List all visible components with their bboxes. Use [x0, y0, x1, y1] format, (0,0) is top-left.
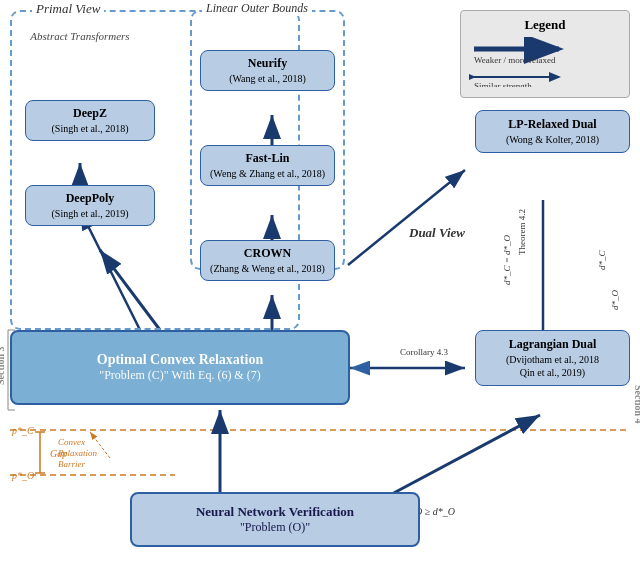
fastlin-name: Fast-Lin [209, 151, 326, 167]
svg-text:Convex: Convex [58, 437, 85, 447]
fastlin-box: Fast-Lin (Weng & Zhang et al., 2018) [200, 145, 335, 186]
deepz-ref: (Singh et al., 2018) [34, 122, 146, 135]
svg-text:Similar strength: Similar strength [474, 81, 532, 87]
svg-text:d*_O: d*_O [610, 290, 620, 311]
svg-text:Section 3: Section 3 [0, 346, 6, 385]
neurify-ref: (Wang et al., 2018) [209, 72, 326, 85]
optimal-title: Optimal Convex Relaxation [97, 352, 263, 368]
optimal-box: Optimal Convex Relaxation "Problem (C)" … [10, 330, 350, 405]
main-container: p*_O ≥ p*_C p*_O ≥ d*_O d*_C = d*_O Theo… [0, 0, 640, 562]
neurify-box: Neurify (Wang et al., 2018) [200, 50, 335, 91]
svg-line-24 [90, 432, 110, 458]
svg-text:Weaker / more relaxed: Weaker / more relaxed [474, 55, 556, 65]
deeppoly-name: DeepPoly [34, 191, 146, 207]
primal-view-label: Primal View [32, 1, 104, 17]
linear-outer-border: Linear Outer Bounds [190, 10, 345, 270]
lp-relaxed-box: LP-Relaxed Dual (Wong & Kolter, 2018) [475, 110, 630, 153]
crown-box: CROWN (Zhang & Weng et al., 2018) [200, 240, 335, 281]
abstract-transformers-label: Abstract Transformers [20, 30, 140, 43]
nn-verify-box: Neural Network Verification "Problem (O)… [130, 492, 420, 547]
deepz-name: DeepZ [34, 106, 146, 122]
svg-text:Barrier: Barrier [58, 459, 85, 469]
lagrangian-box: Lagrangian Dual (Dvijotham et al., 2018 … [475, 330, 630, 386]
svg-text:Relaxation: Relaxation [57, 448, 97, 458]
lagrangian-name: Lagrangian Dual [484, 337, 621, 353]
deepz-box: DeepZ (Singh et al., 2018) [25, 100, 155, 141]
svg-text:p*_C: p*_C [11, 425, 34, 436]
svg-text:d*_C: d*_C [597, 250, 607, 271]
nn-verify-subtitle: "Problem (O)" [240, 520, 310, 535]
svg-text:Theorem 4.2: Theorem 4.2 [517, 209, 527, 255]
legend-svg: Weaker / more relaxed Similar strength [469, 37, 624, 87]
crown-name: CROWN [209, 246, 326, 262]
svg-text:Gap: Gap [50, 448, 67, 459]
linear-outer-label: Linear Outer Bounds [202, 1, 312, 16]
lp-ref: (Wong & Kolter, 2018) [484, 133, 621, 146]
deeppoly-ref: (Singh et al., 2019) [34, 207, 146, 220]
neurify-name: Neurify [209, 56, 326, 72]
lagrangian-ref2: Qin et al., 2019) [484, 366, 621, 379]
svg-text:d*_C = d*_O: d*_C = d*_O [502, 234, 512, 285]
svg-text:Section 4: Section 4 [633, 385, 640, 424]
lagrangian-ref1: (Dvijotham et al., 2018 [484, 353, 621, 366]
legend-title: Legend [469, 17, 621, 33]
crown-ref: (Zhang & Weng et al., 2018) [209, 262, 326, 275]
lp-name: LP-Relaxed Dual [484, 117, 621, 133]
svg-line-17 [390, 415, 540, 495]
dual-view-label: Dual View [409, 225, 465, 241]
nn-verify-title: Neural Network Verification [196, 504, 354, 520]
optimal-subtitle: "Problem (C)" With Eq. (6) & (7) [99, 368, 260, 383]
deeppoly-box: DeepPoly (Singh et al., 2019) [25, 185, 155, 226]
svg-text:Corollary 4.3: Corollary 4.3 [400, 347, 448, 357]
svg-line-13 [348, 170, 465, 265]
legend-box: Legend Weaker / more relaxed Similar str… [460, 10, 630, 98]
fastlin-ref: (Weng & Zhang et al., 2018) [209, 167, 326, 180]
svg-text:p*_O: p*_O [11, 470, 34, 481]
